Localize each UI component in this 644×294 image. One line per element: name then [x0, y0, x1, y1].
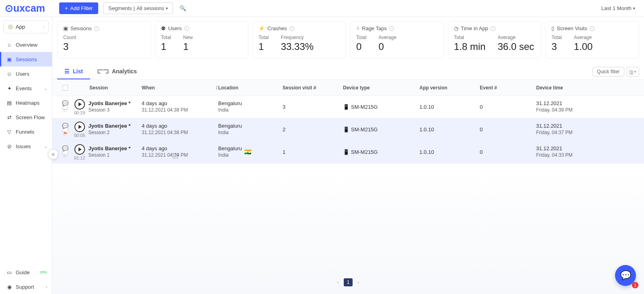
sidebar-item-issues[interactable]: ⊘ Issues ⌄: [0, 139, 52, 153]
info-icon[interactable]: i: [389, 26, 394, 31]
when-relative: 4 days ago: [142, 100, 218, 107]
quick-filter-button[interactable]: Quick filter: [592, 67, 624, 77]
col-device[interactable]: Device type: [343, 85, 419, 91]
heatmap-icon: ▤: [6, 99, 12, 106]
sidebar-item-screenflow[interactable]: ⇄ Screen Flow: [0, 110, 52, 124]
phone-icon: 📱: [343, 126, 349, 133]
table-row[interactable]: 💬⚐ 00:29 Jyotis Banerjee * Session 3 4 d…: [52, 96, 644, 118]
date-range-dropdown[interactable]: Last 1 Month ▾: [597, 3, 639, 14]
top-bar: ⊙uxcam + Add Filter Segments | All sessi…: [0, 0, 644, 17]
card-rage-taps: ☟Rage Tapsi Total0 Average0: [350, 21, 444, 58]
tab-list[interactable]: ☰ List: [57, 64, 90, 79]
pagination: ‹ 1 ›: [52, 278, 644, 287]
hamburger-icon: ≡: [52, 151, 55, 157]
when-relative: 4 days ago: [142, 123, 218, 130]
sidebar: App › ⌂ Overview ▣ Sessions ☺ Users ✦ Ev…: [0, 17, 52, 294]
col-event[interactable]: Event #: [480, 85, 536, 91]
table-row[interactable]: 💬⚑ 00:05 Jyotis Banerjee * Session 2 4 d…: [52, 118, 644, 141]
sidebar-item-users[interactable]: ☺ Users: [0, 66, 52, 81]
device-model: SM-M215G: [351, 104, 378, 110]
sessions-icon: ▣: [6, 56, 12, 62]
col-appver[interactable]: App version: [419, 85, 480, 91]
comment-icon: 💬: [62, 123, 68, 129]
device-time: Friday, 04:38 PM: [536, 107, 617, 114]
phone-icon: 📱: [343, 104, 349, 110]
card-time-in-app: ◷Time in Appi Total1.8 min Average36.0 s…: [448, 21, 542, 58]
funnel-icon: ▽: [6, 128, 12, 135]
col-devtime[interactable]: Device time: [536, 85, 617, 91]
table-row[interactable]: 💬⚐ 01:12 Jyotis Banerjee * Session 1 4 d…: [52, 141, 644, 164]
info-icon[interactable]: i: [491, 26, 495, 31]
book-icon: ▭: [6, 269, 12, 275]
search-button[interactable]: 🔍: [178, 4, 188, 13]
event-count: 0: [480, 149, 536, 155]
chevron-right-icon: ›: [46, 285, 47, 289]
select-all-checkbox[interactable]: [62, 85, 68, 91]
clock-icon: ◷: [454, 25, 458, 31]
column-config-button[interactable]: ||| ▾: [627, 67, 639, 77]
sidebar-item-sessions[interactable]: ▣ Sessions: [0, 52, 52, 66]
user-name: Jyotis Banerjee *: [89, 123, 131, 130]
play-button[interactable]: [74, 122, 85, 132]
col-session[interactable]: Session: [73, 85, 142, 91]
sidebar-collapse-button[interactable]: ≡: [48, 149, 58, 159]
play-button[interactable]: [74, 99, 85, 110]
add-filter-button[interactable]: + Add Filter: [59, 2, 98, 14]
support-icon: ◉: [6, 284, 12, 290]
home-icon: ⌂: [6, 41, 12, 48]
sidebar-item-overview[interactable]: ⌂ Overview: [0, 37, 52, 52]
svg-text:⊙uxcam: ⊙uxcam: [5, 2, 45, 13]
sidebar-item-heatmaps[interactable]: ▤ Heatmaps: [0, 95, 52, 110]
play-button[interactable]: [74, 144, 85, 155]
tabs-row: ☰ List ⫍⫎ Analytics Quick filter ||| ▾: [52, 64, 644, 80]
device-model: SM-M215G: [351, 149, 378, 155]
device-time: Friday, 04:33 PM: [536, 152, 617, 159]
country: India: [218, 130, 242, 136]
card-users: ⚉Usersi Total1 New1: [155, 21, 249, 58]
tab-analytics[interactable]: ⫍⫎ Analytics: [90, 64, 144, 79]
segments-dropdown[interactable]: Segments | All sessions ▾: [103, 2, 173, 14]
card-sessions: ▣Sessionsi Count3: [57, 21, 151, 58]
device-time: Friday, 04:37 PM: [536, 130, 617, 136]
sidebar-item-support[interactable]: ◉ Support ›: [0, 280, 52, 294]
session-label: Session 1: [89, 152, 131, 159]
app-version: 1.0.10: [419, 126, 480, 133]
sidebar-item-events[interactable]: ✦ Events ⌄: [0, 81, 52, 95]
logo: ⊙uxcam: [5, 1, 51, 16]
app-selector[interactable]: App ›: [3, 20, 49, 33]
sidebar-item-guide[interactable]: ▭ Guide 20%: [0, 265, 52, 280]
info-icon[interactable]: i: [590, 26, 594, 31]
col-location[interactable]: Location: [218, 85, 283, 91]
add-filter-label: Add Filter: [70, 5, 93, 11]
duration: 00:05: [74, 133, 85, 138]
col-when[interactable]: When▲▼: [142, 85, 218, 91]
card-crashes: ⚡Crashesi Total1 Frequency33.33%: [252, 21, 346, 58]
event-count: 0: [480, 126, 536, 133]
sidebar-item-funnels[interactable]: ▽ Funnels: [0, 124, 52, 139]
progress-indicator: 20%: [40, 270, 47, 274]
visit-number: 1: [283, 149, 343, 155]
device-date: 31.12.2021: [536, 145, 617, 152]
user-name: Jyotis Banerjee *: [89, 100, 131, 107]
page-current[interactable]: 1: [344, 278, 353, 286]
flow-icon: ⇄: [6, 114, 12, 120]
page-next[interactable]: ›: [355, 278, 361, 287]
crash-icon: ⚡: [258, 25, 265, 31]
col-visit[interactable]: Session visit #: [283, 85, 343, 91]
info-icon[interactable]: i: [184, 26, 189, 31]
crash-tag-icon: ⚑: [63, 130, 68, 137]
chevron-down-icon: ▾: [634, 70, 636, 74]
plus-icon: +: [65, 5, 68, 11]
chevron-right-icon: ›: [43, 25, 44, 29]
chat-badge: 1: [632, 282, 638, 288]
app-icon: [8, 24, 13, 30]
device-date: 31.12.2021: [536, 100, 617, 107]
city: Bengaluru: [218, 123, 242, 130]
user-name: Jyotis Banerjee *: [89, 145, 131, 152]
list-icon: ☰: [64, 68, 70, 75]
info-icon[interactable]: i: [94, 26, 99, 31]
visit-number: 2: [283, 126, 343, 133]
page-prev[interactable]: ‹: [335, 278, 341, 287]
info-icon[interactable]: i: [289, 26, 294, 31]
when-absolute: 31.12.2021 04:38 PM: [142, 130, 218, 136]
